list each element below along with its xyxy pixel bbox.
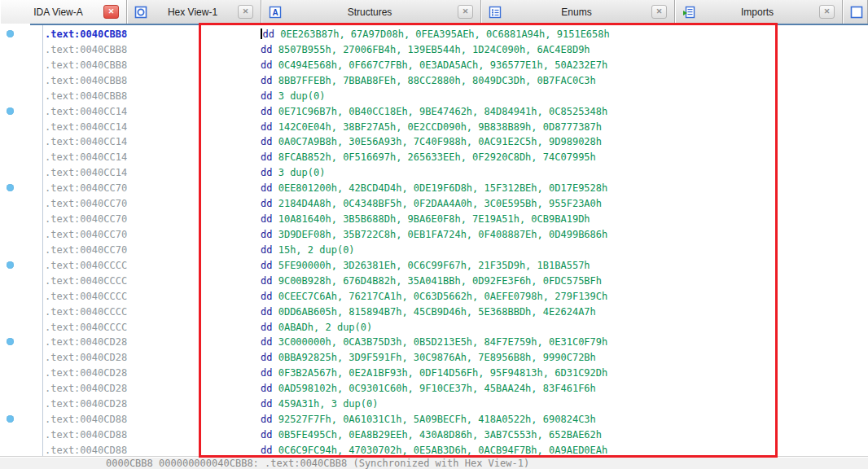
address-label[interactable]: .text:0040CC14 — [45, 104, 261, 120]
status-bar: 0000CBB8 000000000040CBB8: .text:0040CBB… — [0, 458, 868, 469]
data-declaration[interactable]: dd 459A31h, 3 dup(0) — [261, 397, 868, 412]
operands: 0B5FE495Ch, 0EA8B29EEh, 430A8D86h, 3AB7C… — [272, 429, 602, 441]
tab-imports[interactable]: Imports ✕ — [675, 0, 843, 24]
address-label[interactable]: .text:0040CC14 — [45, 150, 261, 165]
listing-row: .text:0040CBB8dd 3 dup(0) — [0, 89, 868, 104]
address-label[interactable]: .text:0040CBB8 — [45, 89, 261, 104]
address-label[interactable]: .text:0040CBB8 — [45, 73, 261, 89]
address-label[interactable]: .text:0040CD28 — [45, 350, 261, 366]
address-label[interactable]: .text:0040CD28 — [45, 381, 261, 397]
data-declaration[interactable]: dd 3D9DEF08h, 35B722C8h, 0EB1FA724h, 0F4… — [261, 227, 868, 243]
data-declaration[interactable]: dd 0A0C7A9B8h, 30E56A93h, 7C40F988h, 0AC… — [261, 134, 868, 150]
address-label[interactable]: .text:0040CD88 — [45, 427, 261, 443]
listing-gutter — [0, 104, 45, 120]
address-label[interactable]: .text:0040CCCC — [45, 258, 261, 274]
data-declaration[interactable]: dd 0ABADh, 2 dup(0) — [261, 320, 868, 335]
data-declaration[interactable]: dd 3 dup(0) — [261, 165, 868, 181]
data-declaration[interactable]: dd 0B5FE495Ch, 0EA8B29EEh, 430A8D86h, 3A… — [261, 427, 868, 443]
keyword: dd — [261, 121, 272, 133]
listing-gutter — [0, 165, 45, 181]
tab-enums[interactable]: Enums ✕ — [481, 0, 675, 24]
address-label[interactable]: .text:0040CBB8 — [45, 27, 261, 42]
listing-gutter — [0, 243, 45, 258]
address-label[interactable]: .text:0040CC70 — [45, 227, 261, 243]
data-declaration[interactable]: dd 0BBA92825h, 3D9F591Fh, 30C9876Ah, 7E8… — [261, 350, 868, 366]
operands: 8507B955h, 27006FB4h, 139EB544h, 1D24C09… — [272, 44, 590, 55]
address-label[interactable]: .text:0040CD28 — [45, 366, 261, 381]
data-declaration[interactable]: dd 10A81640h, 3B5B688Dh, 9BA6E0F8h, 7E19… — [261, 212, 868, 227]
operands: 8FCAB852h, 0F516697h, 265633EEh, 0F2920C… — [272, 151, 595, 163]
data-declaration[interactable]: dd 0EE801200h, 42BCD4D4h, 0DE19F6D8h, 15… — [261, 181, 868, 196]
tab-structures[interactable]: A Structures ✕ — [261, 0, 481, 24]
address-label[interactable]: .text:0040CC14 — [45, 134, 261, 150]
listing-row: .text:0040CBB8dd 8BB7FFEBh, 7BBAB8FEh, 8… — [0, 73, 868, 89]
operands: 92527F7Fh, 0A61031C1h, 5A09BECFh, 418A05… — [272, 414, 595, 425]
address-label[interactable]: .text:0040CCCC — [45, 274, 261, 289]
data-declaration[interactable]: dd 0C494E568h, 0F667C7FBh, 0E3ADA5ACh, 9… — [261, 58, 868, 73]
data-declaration[interactable]: dd 3C000000h, 0CA3B75D3h, 0B5D213E5h, 84… — [261, 335, 868, 350]
keyword: dd — [261, 44, 272, 55]
address-label[interactable]: .text:0040CC14 — [45, 165, 261, 181]
address-label[interactable]: .text:0040CC70 — [45, 212, 261, 227]
address-label[interactable]: .text:0040CCCC — [45, 305, 261, 320]
data-declaration[interactable]: dd 0EE263B87h, 67A97D08h, 0FEA395AEh, 0C… — [261, 27, 868, 42]
operands: 0F3B2A567h, 0E2A1BF93h, 0DF14D56Fh, 95F9… — [272, 367, 607, 379]
data-declaration[interactable]: dd 2184D4A8h, 0C4348BF5h, 0F2DAA4A0h, 3C… — [261, 196, 868, 212]
address-label[interactable]: .text:0040CC70 — [45, 243, 261, 258]
data-declaration[interactable]: dd 92527F7Fh, 0A61031C1h, 5A09BECFh, 418… — [261, 412, 868, 427]
operands: 3 dup(0) — [272, 167, 325, 178]
tab-ida-view-a[interactable]: IDA View-A ✕ — [0, 0, 127, 24]
address-label[interactable]: .text:0040CD28 — [45, 397, 261, 412]
listing-gutter — [0, 289, 45, 305]
listing-row: .text:0040CC14dd 3 dup(0) — [0, 165, 868, 181]
data-declaration[interactable]: dd 8BB7FFEBh, 7BBAB8FEh, 88CC2880h, 8049… — [261, 73, 868, 89]
listing-row: .text:0040CCCCdd 0DD6AB605h, 815894B7h, … — [0, 305, 868, 320]
tab-partial[interactable] — [843, 0, 868, 24]
close-tab-icon[interactable]: ✕ — [238, 5, 253, 19]
data-declaration[interactable]: dd 9C00B928h, 676D4B82h, 35A041BBh, 0D92… — [261, 274, 868, 289]
operands: 9C00B928h, 676D4B82h, 35A041BBh, 0D92FE3… — [272, 275, 602, 287]
tab-hex-view-1[interactable]: Hex View-1 ✕ — [127, 0, 261, 24]
data-declaration[interactable]: dd 15h, 2 dup(0) — [261, 243, 868, 258]
close-tab-icon[interactable]: ✕ — [819, 5, 835, 19]
listing-gutter — [0, 120, 45, 135]
data-declaration[interactable]: dd 8FCAB852h, 0F516697h, 265633EEh, 0F29… — [261, 150, 868, 165]
address-label[interactable]: .text:0040CD28 — [45, 335, 261, 350]
keyword: dd — [261, 182, 272, 194]
close-tab-icon[interactable]: ✕ — [651, 5, 667, 19]
listing-gutter — [0, 274, 45, 289]
data-declaration[interactable]: dd 0DD6AB605h, 815894B7h, 45CB9D46h, 5E3… — [261, 305, 868, 320]
address-label[interactable]: .text:0040CBB8 — [45, 42, 261, 58]
close-tab-icon[interactable]: ✕ — [458, 5, 473, 19]
hex-view-icon — [134, 6, 147, 19]
keyword: dd — [261, 167, 272, 178]
operands: 10A81640h, 3B5B688Dh, 9BA6E0F8h, 7E19A51… — [272, 213, 590, 225]
address-label[interactable]: .text:0040CCCC — [45, 289, 261, 305]
operands: 0EE801200h, 42BCD4D4h, 0DE19F6D8h, 15F31… — [272, 182, 607, 194]
listing-bottom-border — [0, 456, 868, 457]
data-declaration[interactable]: dd 0CEEC7C6Ah, 76217CA1h, 0C63D5662h, 0A… — [261, 289, 868, 305]
data-declaration[interactable]: dd 0F3B2A567h, 0E2A1BF93h, 0DF14D56Fh, 9… — [261, 366, 868, 381]
listing-row: .text:0040CD28dd 0BBA92825h, 3D9F591Fh, … — [0, 350, 868, 366]
data-declaration[interactable]: dd 8507B955h, 27006FB4h, 139EB544h, 1D24… — [261, 42, 868, 58]
listing-gutter — [0, 412, 45, 427]
address-label[interactable]: .text:0040CC14 — [45, 120, 261, 135]
address-label[interactable]: .text:0040CC70 — [45, 181, 261, 196]
keyword: dd — [261, 90, 272, 102]
address-label[interactable]: .text:0040CCCC — [45, 320, 261, 335]
listing-gutter — [0, 320, 45, 335]
close-tab-icon[interactable]: ✕ — [103, 5, 119, 19]
listing-row: .text:0040CC14dd 0A0C7A9B8h, 30E56A93h, … — [0, 134, 868, 150]
address-label[interactable]: .text:0040CBB8 — [45, 58, 261, 73]
data-declaration[interactable]: dd 5FE90000h, 3D26381Eh, 0C6C99F67h, 21F… — [261, 258, 868, 274]
listing-row: .text:0040CC70dd 3D9DEF08h, 35B722C8h, 0… — [0, 227, 868, 243]
data-declaration[interactable]: dd 0AD598102h, 0C9301C60h, 9F10CE37h, 45… — [261, 381, 868, 397]
data-declaration[interactable]: dd 142C0E04h, 38BF27A5h, 0E2CCD090h, 9B8… — [261, 120, 868, 135]
data-declaration[interactable]: dd 3 dup(0) — [261, 89, 868, 104]
data-declaration[interactable]: dd 0E71C96B7h, 0B40CC18Eh, 9BE47462h, 84… — [261, 104, 868, 120]
address-label[interactable]: .text:0040CD88 — [45, 412, 261, 427]
text-cursor — [261, 28, 262, 39]
operands: 3 dup(0) — [272, 90, 325, 102]
address-label[interactable]: .text:0040CC70 — [45, 196, 261, 212]
keyword: dd — [261, 213, 272, 225]
